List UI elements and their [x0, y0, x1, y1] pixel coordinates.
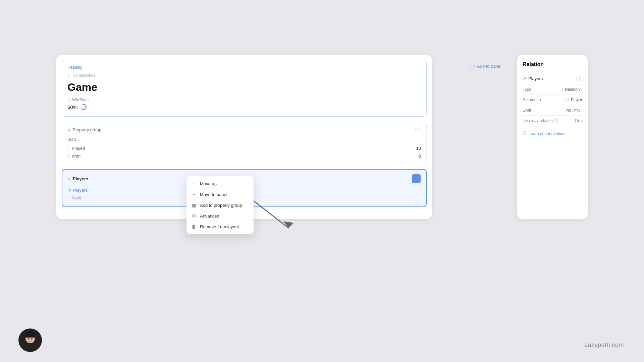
advanced-icon: ⚙: [191, 213, 197, 219]
won-row: # Won 6: [67, 152, 421, 160]
win-rate-value: 60%: [67, 104, 421, 110]
move-to-panel-label: Move to panel: [200, 192, 249, 197]
svg-rect-4: [23, 343, 37, 352]
progress-circle: [80, 104, 87, 110]
watermark: eazypath.com: [584, 342, 624, 349]
relation-type-key: Type: [523, 87, 531, 92]
relation-related-to-row: Related to 📄 Player: [523, 95, 582, 105]
left-panel: Heading No backlinks Game ⊙ Win Rate 60%…: [56, 55, 432, 219]
menu-item-advanced[interactable]: ⚙ Advanced ›: [186, 210, 254, 221]
two-way-info-btn[interactable]: i: [554, 118, 559, 123]
add-to-group-label: Add to property group: [200, 203, 249, 208]
drag-icon: ⠿: [67, 127, 70, 132]
svg-rect-7: [25, 334, 35, 338]
menu-item-move-up[interactable]: ↑ Move up: [186, 178, 254, 189]
player-name: Players: [73, 188, 88, 193]
avatar-circle: [18, 328, 42, 352]
menu-item-add-to-property-group[interactable]: ▦ Add to property group: [186, 200, 254, 210]
relation-limit-text: No limit: [566, 108, 580, 113]
context-menu: ↑ Move up → Move to panel ▦ Add to prope…: [186, 176, 254, 234]
relation-title: Relation: [523, 61, 582, 67]
won-value: 6: [419, 154, 421, 159]
players-menu-btn[interactable]: ···: [412, 174, 421, 183]
played-value: 10: [416, 146, 421, 151]
relation-two-way-row: Two-way relation i On ›: [523, 116, 582, 126]
win-rate-label: ⊙ Win Rate: [67, 98, 421, 102]
new-label: New: [72, 195, 81, 200]
avatar: [18, 328, 42, 352]
add-panel-icon: +: [470, 64, 472, 69]
relation-limit-value[interactable]: No limit ›: [566, 108, 582, 113]
add-panel-area: + + Add to panel: [275, 64, 512, 69]
add-to-group-icon: ▦: [191, 202, 197, 208]
svg-point-8: [28, 338, 29, 340]
menu-item-move-to-panel[interactable]: → Move to panel: [186, 189, 254, 200]
relation-limit-row: Limit No limit ›: [523, 105, 582, 116]
players-title: Players: [73, 176, 88, 181]
move-to-panel-icon: →: [191, 192, 197, 197]
played-icon: #: [67, 146, 70, 151]
avatar-svg: [18, 328, 42, 352]
relation-type-row: Type ↗ Relation ›: [523, 84, 582, 95]
relation-players-icon: ↗: [523, 76, 526, 81]
remove-label: Remove from layout: [200, 224, 249, 229]
relation-type-value[interactable]: ↗ Relation ›: [560, 87, 582, 92]
relation-info-btn[interactable]: i: [576, 75, 582, 81]
players-drag-icon: ⠿: [68, 176, 71, 181]
relation-sidebar: Relation ↗ Players i Type ↗ Relation › R…: [517, 55, 588, 219]
stats-label[interactable]: Stats: [67, 137, 421, 142]
players-title-row: ⠿ Players: [68, 176, 88, 181]
played-name: Played: [72, 146, 416, 151]
svg-marker-3: [283, 221, 293, 228]
relation-players-row: ↗ Players i: [523, 73, 582, 84]
relation-type-text: Relation: [565, 87, 580, 92]
advanced-label: Advanced: [200, 214, 244, 219]
win-rate-icon: ⊙: [67, 98, 71, 102]
section-header: ⠿ Property group ···: [67, 126, 421, 134]
relation-two-way-label: Two-way relation i: [523, 118, 559, 123]
learn-label: Learn about relations: [529, 131, 567, 136]
relation-related-to-value[interactable]: 📄 Player: [565, 98, 582, 102]
remove-icon: 🗑: [191, 224, 197, 229]
played-row: # Played 10: [67, 144, 421, 152]
new-icon: +: [68, 195, 70, 200]
player-link-icon: ↗: [68, 188, 71, 193]
advanced-arrow: ›: [248, 214, 249, 218]
won-icon: #: [67, 154, 70, 159]
property-group-section: ⠿ Property group ··· Stats # Played 10 #…: [62, 121, 427, 165]
learn-link[interactable]: ⓘ Learn about relations: [523, 126, 582, 136]
svg-point-9: [31, 338, 33, 340]
move-up-label: Move up: [200, 181, 249, 186]
page-title: Game: [67, 81, 421, 94]
relation-type-arrow: ›: [581, 87, 582, 92]
relation-limit-key: Limit: [523, 108, 531, 113]
relation-related-icon: 📄: [565, 98, 570, 102]
won-name: Won: [72, 154, 419, 159]
two-way-toggle[interactable]: On ›: [575, 118, 582, 123]
main-card: Heading No backlinks Game ⊙ Win Rate 60%…: [56, 55, 432, 219]
menu-item-remove-from-layout[interactable]: 🗑 Remove from layout: [186, 221, 254, 232]
section-title-row: ⠿ Property group: [67, 127, 101, 132]
move-up-icon: ↑: [191, 181, 197, 186]
relation-type-icon: ↗: [560, 87, 564, 92]
property-group-title: Property group: [72, 127, 101, 132]
relation-limit-arrow: ›: [581, 108, 582, 112]
relation-players-label: Players: [528, 76, 543, 81]
learn-icon: ⓘ: [523, 131, 527, 136]
relation-related-to-key: Related to: [523, 98, 541, 102]
property-group-menu-btn[interactable]: ···: [413, 126, 421, 134]
relation-players-name: ↗ Players: [523, 76, 543, 81]
add-to-panel-btn[interactable]: + + Add to panel: [470, 64, 501, 69]
no-backlinks: No backlinks: [67, 73, 421, 78]
relation-related-text: Player: [571, 98, 582, 102]
add-panel-label: + Add to panel: [474, 64, 502, 69]
toggle-arrow: ›: [581, 118, 582, 123]
players-section: ⠿ Players ··· ↗ Players + New ↑ Move up: [62, 169, 427, 207]
